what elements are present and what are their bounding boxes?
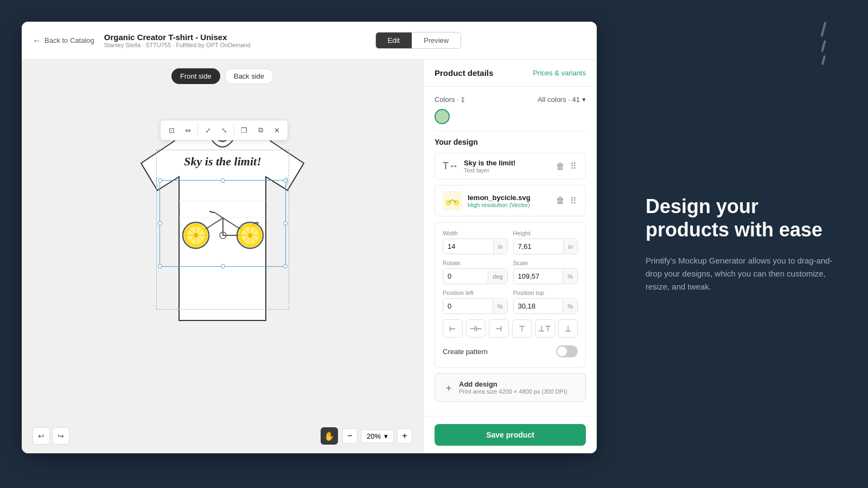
resize-handle-mb[interactable] [221,264,225,268]
back-to-catalog-link[interactable]: ← Back to Catalog [33,36,94,46]
text-layer-delete-button[interactable]: 🗑 [555,160,566,172]
width-input[interactable] [443,239,493,254]
toolbar-duplicate-icon[interactable]: ❐ [237,123,252,138]
zoom-out-button[interactable]: − [342,428,358,444]
product-meta: Stanley Stella · STTU755 · Fulfilled by … [104,42,251,48]
pos-top-input[interactable] [514,299,563,313]
height-input[interactable] [514,239,564,254]
add-design-sub: Print area size 4200 × 4800 px (300 DPI) [459,388,567,395]
pencil-deco-1 [820,22,826,37]
zoom-in-button[interactable]: + [397,428,412,444]
text-layer-item[interactable]: T↔ Sky is the limit! Text layer 🗑 ⠿ [435,153,586,179]
resize-handle-tr[interactable] [283,178,288,183]
text-layer-name: Sky is the limit! [464,159,550,167]
scale-input[interactable] [514,269,563,284]
text-element[interactable]: Sky is the limit! [162,155,283,169]
align-center-h-button[interactable]: ⊣⊢ [466,319,486,338]
rotate-label: Rotate [443,260,508,266]
all-colors-chevron-icon: ▾ [582,95,586,104]
section-divider [435,131,586,131]
toolbar-crop-icon[interactable]: ⊡ [164,123,179,138]
color-swatch-green[interactable] [435,109,450,124]
save-product-button[interactable]: Save product [435,424,586,446]
text-layer-sub: Text layer [464,167,550,174]
right-panel: Product details Prices & variants Colors… [423,60,597,453]
toolbar-copy-icon[interactable]: ⧉ [253,123,268,138]
panel-footer: Save product [424,416,597,453]
tshirt-canvas[interactable]: Sky is the limit! [108,93,336,353]
pos-top-label: Position top [513,290,578,296]
toolbar-divider [197,125,198,136]
your-design-label: Your design [435,138,586,146]
resize-handle-tl[interactable] [158,178,162,183]
svg-layer-info: lemon_bycicle.svg High resolution (Vecto… [468,194,550,208]
text-layer-info: Sky is the limit! Text layer [464,159,550,174]
resize-handle-mt[interactable] [221,178,225,183]
back-arrow-icon: ← [33,36,41,46]
prices-variants-link[interactable]: Prices & variants [533,69,586,77]
deco-body: Printify's Mockup Generator allows you t… [646,254,841,293]
zoom-controls: − 20% ▾ + [342,428,412,444]
add-design-plus-icon: ＋ [444,381,454,394]
product-info: Organic Creator T-shirt - Unisex Stanley… [104,33,251,48]
properties-card: Width in Height [435,222,586,368]
canvas-bottom-bar: ↩ ↪ ✋ − 20% ▾ + [22,427,423,445]
front-side-tab[interactable]: Front side [171,68,220,84]
text-layer-drag-button[interactable]: ⠿ [569,160,578,172]
svg-layer-resolution: High resolution (Vector) [468,202,550,208]
panel-body: Colors · 1 All colors · 41 ▾ Your design [424,87,597,416]
resize-handle-br[interactable] [283,264,288,268]
create-pattern-toggle[interactable] [556,345,578,357]
pos-left-field-group: Position left % [443,290,508,314]
rotate-unit: deg [488,270,507,283]
rotate-input-wrap: deg [443,268,508,284]
image-element[interactable] [159,180,286,267]
all-colors-button[interactable]: All colors · 41 ▾ [538,95,586,104]
design-area[interactable]: Sky is the limit! [156,150,289,310]
zoom-chevron-icon: ▾ [384,432,388,440]
pos-left-input[interactable] [443,299,493,313]
rotate-scale-row: Rotate deg Scale [443,260,578,284]
pos-top-field-group: Position top % [513,290,578,314]
scale-field-group: Scale % [513,260,578,284]
horizontal-align-row: ⊢ ⊣⊢ ⊣ ⊤ ⊥⊤ ⊥ [443,319,578,338]
hand-tool-button[interactable]: ✋ [321,427,338,445]
colors-row: Colors · 1 All colors · 41 ▾ [435,95,586,104]
preview-button[interactable]: Preview [412,33,461,48]
redo-button[interactable]: ↪ [52,427,69,445]
svg-layer-thumbnail [443,191,462,210]
scale-unit: % [563,270,577,283]
rotate-field-group: Rotate deg [443,260,508,284]
panel-title: Product details [435,68,493,78]
undo-button[interactable]: ↩ [33,427,50,445]
toolbar-delete-icon[interactable]: ✕ [269,123,284,138]
resize-handle-bl[interactable] [158,264,162,268]
resize-handle-ml[interactable] [158,221,162,226]
edit-preview-toggle: Edit Preview [375,32,462,49]
back-label: Back to Catalog [44,36,94,44]
align-right-button[interactable]: ⊣ [489,319,509,338]
height-unit: in [563,240,577,253]
rotate-input[interactable] [443,269,488,284]
back-side-tab[interactable]: Back side [225,68,273,84]
align-center-v-button[interactable]: ⊥⊤ [535,319,555,338]
pencil-deco-3 [821,55,826,65]
edit-button[interactable]: Edit [376,33,412,48]
zoom-display[interactable]: 20% ▾ [361,429,394,443]
pencil-deco-2 [821,40,826,52]
height-label: Height [513,230,578,236]
svg-layer-drag-button[interactable]: ⠿ [569,195,578,207]
svg-layer-item[interactable]: lemon_bycicle.svg High resolution (Vecto… [435,185,586,216]
toolbar-flip-h-icon[interactable]: ⇔ [180,123,195,138]
resize-handle-mr[interactable] [283,221,288,226]
height-field-group: Height in [513,230,578,254]
toolbar-expand-icon[interactable]: ⤡ [216,123,232,138]
svg-layer-delete-button[interactable]: 🗑 [555,195,566,207]
align-top-button[interactable]: ⊤ [512,319,532,338]
add-design-button[interactable]: ＋ Add design Print area size 4200 × 4800… [435,373,586,402]
align-left-button[interactable]: ⊢ [443,319,463,338]
align-bottom-button[interactable]: ⊥ [558,319,578,338]
svg-layer-actions: 🗑 ⠿ [555,195,578,207]
toolbar-resize-icon[interactable]: ⤢ [200,123,215,138]
width-height-row: Width in Height [443,230,578,254]
